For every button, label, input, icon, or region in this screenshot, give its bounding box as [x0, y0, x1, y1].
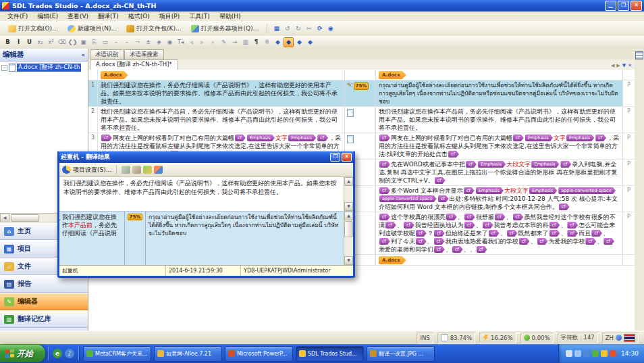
tag-cf[interactable]: cf: [591, 230, 602, 237]
clear-format-icon[interactable]: ⌫: [57, 37, 67, 47]
tag-cf[interactable]: cf: [379, 161, 390, 168]
tag-cf[interactable]: cf: [585, 238, 596, 245]
tag-cf[interactable]: cf: [464, 214, 475, 220]
open-package-button[interactable]: 打开文件包(K)...: [122, 23, 186, 34]
scroll-left-icon[interactable]: ◀: [0, 214, 9, 222]
tag-cf[interactable]: cf: [416, 230, 427, 237]
tag-cf[interactable]: cf: [434, 238, 445, 245]
sidebar-item-编辑器[interactable]: ✎编辑器: [0, 293, 88, 310]
target-cell[interactable]: cf网友在上网的时候看到了对自己有用的大篇幅cfEmphasis文字Emphas…: [376, 133, 623, 159]
tag-cf[interactable]: cf: [513, 214, 524, 220]
sidebar-item-翻译记忆库[interactable]: ▥翻译记忆库: [0, 310, 88, 328]
tag-Emphasis[interactable]: Emphasis: [247, 135, 275, 141]
menu-item[interactable]: 格式(O): [124, 12, 155, 21]
dash2-icon[interactable]: –: [122, 37, 132, 47]
menu-item[interactable]: 帮助(H): [215, 12, 246, 21]
tag-cf[interactable]: cf: [466, 161, 477, 168]
taskbar-item[interactable]: 如意网-Allee.7.21: [154, 346, 222, 362]
tab-close-icon[interactable]: ✕: [628, 63, 632, 68]
panel-tab-术语识别[interactable]: 术语识别: [90, 49, 124, 59]
tag-cf[interactable]: cf: [379, 135, 390, 141]
tag-cf[interactable]: cf: [567, 222, 578, 228]
source-cell[interactable]: 我们强烈建议您在操作，务必先仔细阅读《产品说明书》，这样有助您更好的使用本产品。…: [98, 80, 345, 106]
nav-diamond-1-icon[interactable]: ◆: [273, 37, 283, 47]
target-cell[interactable]: cf多个Word 文本框合并显示cfEmphasis大段文字Emphasisap…: [376, 186, 623, 212]
tag-cf[interactable]: cf: [385, 222, 396, 228]
tab-list-icon[interactable]: ▼: [622, 63, 626, 68]
tree-item-document[interactable]: − A.docx [翻译 zh-CN-th: [1, 64, 86, 72]
taskbar-item[interactable]: SDL Trados Stud...: [296, 346, 364, 362]
segment-status-cell[interactable]: [345, 107, 376, 132]
tag-cf[interactable]: cf: [560, 161, 571, 168]
tag-Emphasis[interactable]: Emphasis: [288, 135, 316, 141]
scroll-up-icon[interactable]: ▲: [344, 177, 353, 186]
goto-icon[interactable]: →: [230, 37, 240, 47]
tag-cf[interactable]: cf: [549, 222, 560, 228]
tag-cf[interactable]: cf: [435, 177, 446, 184]
tag-cf[interactable]: cf: [379, 187, 390, 194]
tag-cf[interactable]: cf: [464, 187, 475, 194]
antivirus-icon[interactable]: [592, 350, 599, 357]
refresh-icon[interactable]: ⟳: [315, 24, 325, 34]
tab-scroll-left-icon[interactable]: ◀: [611, 63, 614, 68]
underline-icon[interactable]: U: [24, 37, 34, 47]
document-tab[interactable]: A.docx [翻译 zh-CN-th-TH]*: [90, 59, 178, 70]
tag-cf[interactable]: cf: [434, 230, 445, 237]
tag-Emphasis[interactable]: Emphasis: [476, 187, 504, 194]
sidebar-collapse-button[interactable]: «: [81, 51, 85, 58]
maximize-button[interactable]: ❐: [618, 1, 629, 11]
scroll-down-icon[interactable]: ▼: [344, 256, 353, 265]
menu-item[interactable]: 项目(P): [155, 12, 184, 21]
italic-icon[interactable]: I: [14, 37, 24, 47]
minimize-button[interactable]: ▁: [605, 1, 616, 11]
popup-dock-button[interactable]: ❐: [330, 153, 340, 162]
tag-view-icon[interactable]: ▣: [78, 37, 88, 47]
scroll-down-icon[interactable]: ▼: [344, 202, 353, 211]
special-char-icon[interactable]: ※: [262, 37, 272, 47]
cut-icon[interactable]: ✂: [304, 24, 314, 34]
tag-cf[interactable]: cf: [448, 151, 459, 158]
open-server-project-button[interactable]: 打开服务器项目(Q)...: [187, 23, 263, 34]
tag-cf[interactable]: cf: [537, 238, 548, 245]
popup-close-button[interactable]: ✕: [342, 153, 352, 162]
tree-expander-icon[interactable]: −: [1, 65, 7, 71]
volume-icon[interactable]: [574, 350, 581, 357]
new-project-button[interactable]: 新建项目(N)...: [63, 23, 121, 34]
tm-results-table[interactable]: 我们强烈建议您在操作本产品前，务必先仔细阅读《产品说明 75% กรุณาอ่า…: [59, 212, 353, 265]
dash1-icon[interactable]: –: [111, 37, 121, 47]
tag-cf[interactable]: cf: [477, 246, 487, 253]
tag-Emphasis[interactable]: Emphasis: [531, 161, 559, 168]
target-cell[interactable]: cf这个学校真的很漂亮cf、cf很舒服cf、cf虽然我曾经对这个学校有很多的不满…: [376, 212, 623, 254]
collapsed-panel-strip[interactable]: [634, 49, 644, 331]
undo-icon[interactable]: ↺: [282, 24, 292, 34]
prev-segment-icon[interactable]: ◃: [186, 37, 196, 47]
translation-results-window[interactable]: 起重机 - 翻译结果 ❐ ✕ 项目设置(S)... 我们强烈建议您在操作，务必先…: [57, 151, 355, 278]
next-segment-icon[interactable]: ▹: [197, 37, 207, 47]
table-row[interactable]: 1我们强烈建议您在操作，务必先仔细阅读《产品说明书》，这样有助您更好的使用本产品…: [88, 80, 635, 107]
redo-icon[interactable]: ↻: [293, 24, 303, 34]
preview-icon[interactable]: ▥: [240, 37, 250, 47]
tag-cf[interactable]: cf: [603, 238, 614, 245]
tag-cf[interactable]: cf: [404, 222, 414, 228]
tag-cf[interactable]: cf: [495, 214, 506, 220]
tag-cf[interactable]: cf: [438, 195, 449, 202]
tag-cf[interactable]: cf: [416, 238, 427, 245]
superscript-icon[interactable]: x²: [46, 37, 56, 47]
update-shield-icon[interactable]: [601, 350, 608, 357]
nav-diamond-2-icon[interactable]: ◆: [284, 37, 294, 47]
scrollbar-thumb[interactable]: [344, 221, 353, 237]
tag-cf[interactable]: cf: [549, 230, 560, 237]
menu-item[interactable]: 翻译(T): [93, 12, 124, 21]
menu-item[interactable]: 文件(F): [3, 12, 32, 21]
nav-diamond-4-icon[interactable]: ◆: [305, 37, 315, 47]
tag-cf[interactable]: cf: [507, 230, 518, 237]
edit-translation-icon[interactable]: [143, 166, 152, 174]
warning-icon[interactable]: [610, 350, 616, 357]
find-icon[interactable]: ⌕: [208, 37, 218, 47]
pilcrow-icon[interactable]: ¶: [251, 37, 261, 47]
add-term-icon[interactable]: [154, 166, 163, 174]
tag-cf[interactable]: cf: [235, 135, 246, 141]
project-settings-button[interactable]: 项目设置(S)...: [73, 166, 111, 174]
help-icon[interactable]: ◉: [325, 24, 336, 34]
start-button[interactable]: 开始: [0, 345, 45, 362]
